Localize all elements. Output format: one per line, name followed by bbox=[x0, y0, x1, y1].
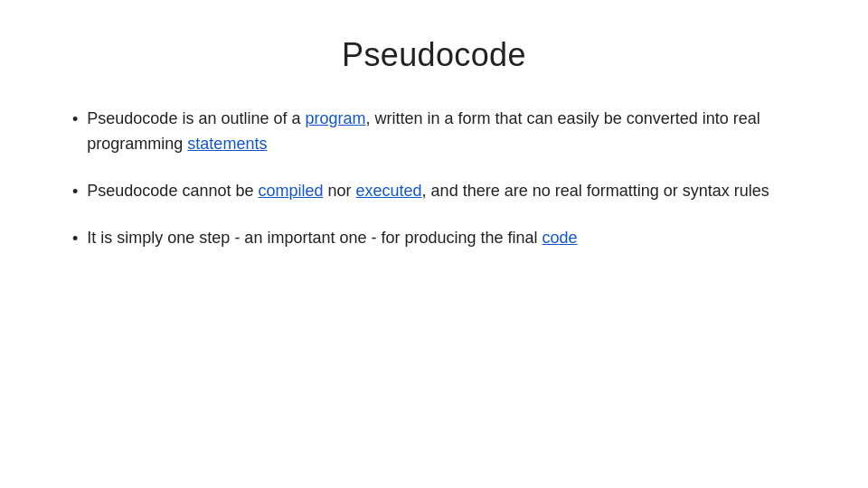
bullet-dot-1: • bbox=[72, 108, 78, 132]
link-executed[interactable]: executed bbox=[356, 182, 422, 200]
bullet-item-2: • Pseudocode cannot be compiled nor exec… bbox=[72, 179, 796, 204]
bullet-item-3: • It is simply one step - an important o… bbox=[72, 226, 796, 251]
slide: Pseudocode • Pseudocode is an outline of… bbox=[0, 0, 868, 488]
bullet-text-2: Pseudocode cannot be compiled nor execut… bbox=[87, 179, 769, 204]
bullet-item-1: • Pseudocode is an outline of a program,… bbox=[72, 107, 796, 157]
bullet-dot-2: • bbox=[72, 180, 78, 204]
link-compiled[interactable]: compiled bbox=[258, 182, 323, 200]
link-code[interactable]: code bbox=[542, 229, 578, 247]
bullet-dot-3: • bbox=[72, 227, 78, 251]
bullet-text-1: Pseudocode is an outline of a program, w… bbox=[87, 107, 796, 157]
link-statements[interactable]: statements bbox=[187, 135, 267, 153]
bullet-text-3: It is simply one step - an important one… bbox=[87, 226, 577, 251]
slide-title: Pseudocode bbox=[72, 36, 796, 74]
link-program[interactable]: program bbox=[305, 109, 365, 127]
content-area: • Pseudocode is an outline of a program,… bbox=[72, 107, 796, 273]
title-area: Pseudocode bbox=[72, 36, 796, 74]
